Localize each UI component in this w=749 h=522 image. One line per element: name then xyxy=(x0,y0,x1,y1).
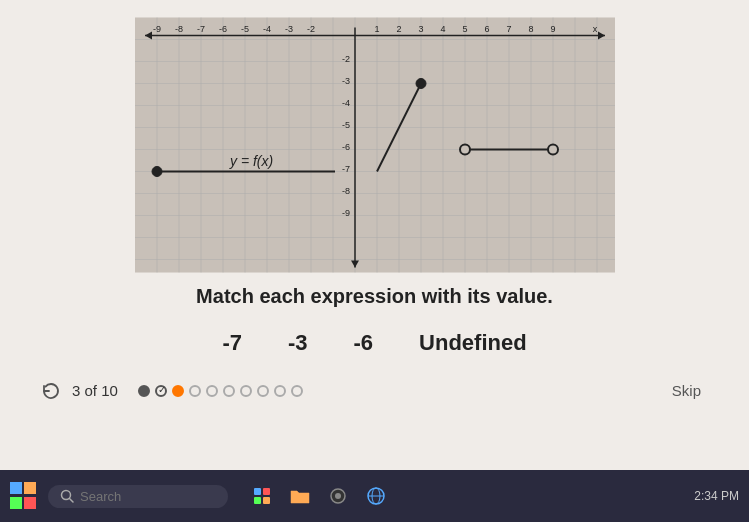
dot-10 xyxy=(291,385,303,397)
dot-7 xyxy=(240,385,252,397)
svg-text:-6: -6 xyxy=(218,24,226,34)
taskbar: 2:34 PM xyxy=(0,470,749,522)
main-content: -9 -8 -7 -6 -5 -4 -3 -2 1 2 3 4 5 6 7 8 … xyxy=(0,0,749,470)
dot-4 xyxy=(189,385,201,397)
taskbar-folder-icon[interactable] xyxy=(286,482,314,510)
svg-text:-2: -2 xyxy=(341,54,349,64)
svg-rect-74 xyxy=(263,488,270,495)
dot-3 xyxy=(172,385,184,397)
match-instruction: Match each expression with its value. xyxy=(196,285,553,308)
windows-icon[interactable] xyxy=(10,482,38,510)
taskbar-files-icon[interactable] xyxy=(248,482,276,510)
svg-text:8: 8 xyxy=(528,24,533,34)
svg-text:x: x xyxy=(592,24,597,34)
answer-neg7[interactable]: -7 xyxy=(214,326,250,360)
search-icon xyxy=(60,489,74,503)
graph-area: -9 -8 -7 -6 -5 -4 -3 -2 1 2 3 4 5 6 7 8 … xyxy=(135,15,615,275)
svg-text:2: 2 xyxy=(396,24,401,34)
svg-text:-7: -7 xyxy=(341,164,349,174)
dot-9 xyxy=(274,385,286,397)
skip-button[interactable]: Skip xyxy=(664,378,709,403)
graph-label: y = f(x) xyxy=(229,153,273,169)
taskbar-app-icons xyxy=(248,482,390,510)
search-input[interactable] xyxy=(80,489,210,504)
answer-neg3[interactable]: -3 xyxy=(280,326,316,360)
svg-text:-5: -5 xyxy=(341,120,349,130)
svg-text:-4: -4 xyxy=(341,98,349,108)
svg-text:1: 1 xyxy=(374,24,379,34)
svg-rect-0 xyxy=(135,18,615,273)
svg-text:3: 3 xyxy=(418,24,423,34)
svg-point-67 xyxy=(416,79,426,89)
answer-undefined[interactable]: Undefined xyxy=(411,326,535,360)
svg-text:9: 9 xyxy=(550,24,555,34)
bottom-bar: 3 of 10 Skip xyxy=(20,378,729,403)
svg-text:-6: -6 xyxy=(341,142,349,152)
svg-text:4: 4 xyxy=(440,24,445,34)
svg-text:-8: -8 xyxy=(341,186,349,196)
tray-time: 2:34 PM xyxy=(694,489,739,503)
svg-text:-8: -8 xyxy=(174,24,182,34)
graph-svg: -9 -8 -7 -6 -5 -4 -3 -2 1 2 3 4 5 6 7 8 … xyxy=(135,15,615,275)
answer-neg6[interactable]: -6 xyxy=(346,326,382,360)
refresh-icon[interactable] xyxy=(40,380,62,402)
svg-text:-2: -2 xyxy=(306,24,314,34)
svg-point-70 xyxy=(548,145,558,155)
svg-text:7: 7 xyxy=(506,24,511,34)
answer-choices: -7 -3 -6 Undefined xyxy=(214,326,534,360)
svg-text:-9: -9 xyxy=(341,208,349,218)
svg-rect-75 xyxy=(254,497,261,504)
svg-text:5: 5 xyxy=(462,24,467,34)
system-tray: 2:34 PM xyxy=(694,489,739,503)
dot-2 xyxy=(155,385,167,397)
svg-point-78 xyxy=(335,493,341,499)
dot-8 xyxy=(257,385,269,397)
svg-text:-4: -4 xyxy=(262,24,270,34)
search-bar[interactable] xyxy=(48,485,228,508)
taskbar-pin-icon[interactable] xyxy=(324,482,352,510)
svg-text:-5: -5 xyxy=(240,24,248,34)
dot-6 xyxy=(223,385,235,397)
svg-rect-73 xyxy=(254,488,261,495)
progress-section: 3 of 10 xyxy=(40,380,303,402)
taskbar-browser-icon[interactable] xyxy=(362,482,390,510)
dot-5 xyxy=(206,385,218,397)
svg-text:-7: -7 xyxy=(196,24,204,34)
svg-text:-9: -9 xyxy=(152,24,160,34)
svg-line-72 xyxy=(70,499,74,503)
svg-point-69 xyxy=(460,145,470,155)
dot-1 xyxy=(138,385,150,397)
progress-text: 3 of 10 xyxy=(72,382,118,399)
dots-section xyxy=(138,385,303,397)
svg-text:-3: -3 xyxy=(284,24,292,34)
svg-text:-3: -3 xyxy=(341,76,349,86)
svg-rect-76 xyxy=(263,497,270,504)
svg-text:6: 6 xyxy=(484,24,489,34)
svg-point-65 xyxy=(152,167,162,177)
